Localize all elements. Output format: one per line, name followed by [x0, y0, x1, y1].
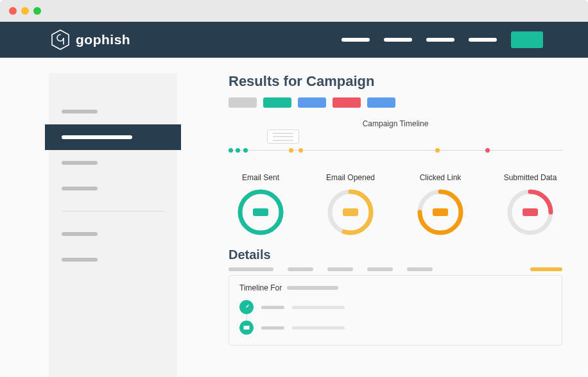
- stat-value-chip: [343, 208, 358, 216]
- nav-right: [342, 31, 543, 48]
- tl-short-placeholder: [261, 326, 284, 330]
- tl-long-placeholder: [292, 326, 345, 330]
- timeline-for-label: Timeline For: [239, 283, 282, 292]
- action-button-2[interactable]: [263, 97, 291, 108]
- stat-value-chip: [433, 208, 448, 216]
- gophish-logo-icon: [51, 29, 69, 50]
- detail-header-col-4[interactable]: [367, 267, 393, 271]
- page-title: Results for Campaign: [229, 73, 562, 90]
- sidebar-item-1[interactable]: [49, 99, 177, 124]
- main: Results for Campaign Campaign Timeline E…: [229, 73, 588, 377]
- sidebar-item-2-active[interactable]: [45, 124, 181, 150]
- window-titlebar: [0, 0, 588, 22]
- timeline-point[interactable]: [298, 148, 303, 153]
- timeline-point[interactable]: [435, 148, 440, 153]
- stat-4: Submitted Data: [498, 173, 562, 236]
- brand-name: gophish: [76, 32, 130, 47]
- stat-donut: [506, 188, 554, 236]
- timeline-axis: [229, 150, 562, 151]
- tl-short-placeholder: [261, 306, 284, 309]
- stat-donut: [417, 188, 464, 236]
- action-button-1[interactable]: [229, 97, 257, 108]
- details-header-row: [229, 267, 562, 271]
- stat-value-chip: [253, 208, 268, 216]
- stat-label: Submitted Data: [498, 173, 562, 182]
- timeline-for-subject-placeholder: [287, 286, 338, 290]
- detail-box: Timeline For: [229, 275, 562, 346]
- window-zoom-icon[interactable]: [33, 7, 41, 15]
- stat-donut: [327, 188, 374, 236]
- nav-primary-button[interactable]: [511, 31, 543, 48]
- timeline-section: [229, 130, 562, 154]
- rocket-icon: [243, 303, 250, 311]
- nav-link-4[interactable]: [469, 38, 497, 42]
- sidebar: [49, 73, 177, 377]
- timeline-row-2: [239, 321, 551, 335]
- timeline-point[interactable]: [289, 148, 293, 153]
- timeline-point[interactable]: [485, 148, 490, 153]
- timeline-row-1: [239, 300, 551, 314]
- stat-value-chip: [523, 208, 538, 216]
- sidebar-item-4[interactable]: [49, 176, 177, 201]
- window-close-icon[interactable]: [9, 7, 17, 15]
- sidebar-separator: [62, 211, 164, 212]
- detail-box-title: Timeline For: [239, 283, 551, 292]
- stat-2: Email Opened: [318, 173, 383, 236]
- tl-long-placeholder: [292, 306, 345, 309]
- timeline-event-icon-sent: [239, 321, 254, 335]
- timeline-event-icon-launch: [239, 300, 254, 314]
- action-button-row: [229, 97, 562, 108]
- stat-3: Clicked Link: [408, 173, 472, 236]
- sidebar-item-3[interactable]: [49, 150, 177, 176]
- nav-link-3[interactable]: [426, 38, 454, 42]
- stat-1: Email Sent: [229, 173, 293, 236]
- navbar: gophish: [0, 22, 588, 58]
- stat-label: Email Sent: [229, 173, 293, 182]
- detail-header-col-1[interactable]: [229, 267, 273, 271]
- brand[interactable]: gophish: [51, 29, 130, 50]
- content-area: Results for Campaign Campaign Timeline E…: [0, 58, 588, 377]
- app-window: gophish Results for Campaign Campaign Ti…: [0, 0, 588, 377]
- sidebar-item-6[interactable]: [49, 247, 177, 272]
- timeline-point[interactable]: [243, 148, 248, 153]
- svg-marker-0: [52, 30, 69, 49]
- stats-row: Email Sent Email Opened Clicked Link Sub…: [229, 173, 562, 236]
- action-button-3[interactable]: [298, 97, 326, 108]
- timeline-point[interactable]: [229, 148, 233, 153]
- detail-header-col-5[interactable]: [407, 267, 433, 271]
- stat-donut: [237, 188, 284, 236]
- stat-label: Email Opened: [318, 173, 383, 182]
- timeline-popover: [267, 130, 299, 144]
- detail-header-col-2[interactable]: [288, 267, 313, 271]
- action-button-4[interactable]: [333, 97, 361, 108]
- window-minimize-icon[interactable]: [21, 7, 29, 15]
- nav-link-2[interactable]: [384, 38, 412, 42]
- action-button-5[interactable]: [367, 97, 395, 108]
- svg-rect-9: [244, 326, 250, 330]
- details-title: Details: [229, 247, 562, 262]
- detail-header-col-6[interactable]: [530, 267, 562, 271]
- timeline-point[interactable]: [236, 148, 240, 153]
- timeline-label: Campaign Timeline: [229, 119, 562, 128]
- detail-header-col-3[interactable]: [327, 267, 353, 271]
- stat-label: Clicked Link: [408, 173, 472, 182]
- timeline[interactable]: [229, 147, 562, 154]
- envelope-icon: [243, 324, 250, 331]
- sidebar-item-5[interactable]: [49, 221, 177, 247]
- nav-link-1[interactable]: [342, 38, 370, 42]
